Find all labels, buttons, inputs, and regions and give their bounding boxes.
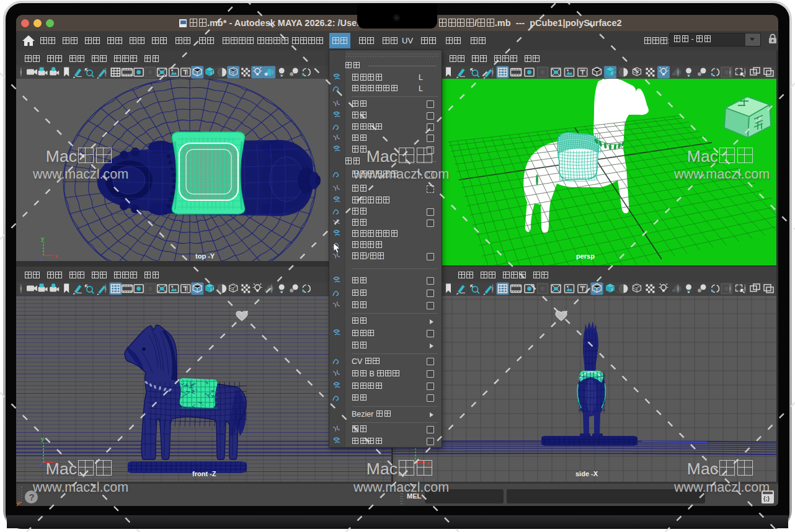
svg-text:y: y <box>41 436 44 442</box>
svg-text:persp: persp <box>576 252 595 260</box>
svg-text:side -X: side -X <box>575 470 598 477</box>
svg-text:x: x <box>55 253 58 259</box>
svg-text:y: y <box>41 236 44 242</box>
svg-text:top -Y: top -Y <box>195 252 215 260</box>
svg-text:front -Z: front -Z <box>192 470 216 477</box>
